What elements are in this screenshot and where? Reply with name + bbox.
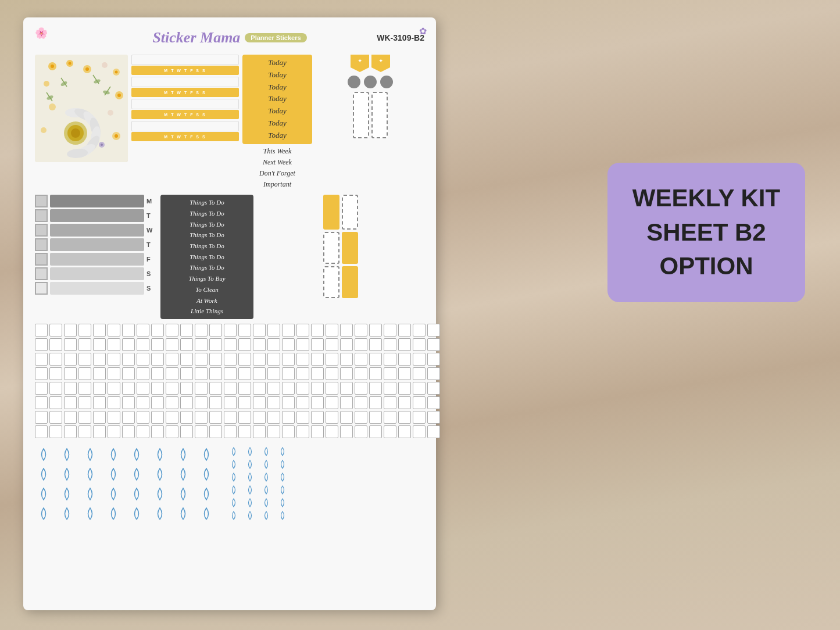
cb-3-4: [78, 353, 91, 366]
cb-5-26: [398, 382, 411, 395]
cb-3-3: [64, 353, 77, 366]
things-work: At Work: [165, 295, 249, 306]
cb-4-15: [238, 367, 251, 380]
things-clean: To Clean: [165, 284, 249, 295]
cb-6-19: [296, 396, 309, 409]
cb-4-1: [35, 367, 48, 380]
cb-4-6: [108, 367, 120, 380]
cb-4-14: [224, 367, 237, 380]
cb-3-22: [340, 353, 353, 366]
cb-6-17: [267, 396, 280, 409]
days-row-4: M T W T F S S: [131, 132, 239, 141]
cb-8-1: [35, 425, 48, 438]
cb-5-1: [35, 382, 48, 395]
day-bar-f: [50, 253, 144, 266]
cb-4-8: [137, 367, 149, 380]
today-column: Today Today Today Today Today Today Toda…: [242, 55, 312, 190]
cb-1-5: [93, 324, 106, 337]
checkbox-grid: [35, 324, 424, 438]
cb-2-2: [49, 338, 62, 351]
rect-yellow-mid: [342, 232, 358, 264]
cb-2-14: [224, 338, 237, 351]
day-row-f: F: [35, 253, 157, 266]
cb-3-13: [209, 353, 222, 366]
day-row-m: M: [35, 195, 157, 207]
circle-3: [380, 76, 393, 88]
cb-1-8: [137, 324, 149, 337]
cb-3-28: [427, 353, 440, 366]
things-2: Things To Do: [165, 208, 249, 219]
cb-6-15: [238, 396, 251, 409]
svg-point-2: [51, 65, 54, 68]
cb-4-4: [78, 367, 91, 380]
cb-3-26: [398, 353, 411, 366]
svg-point-6: [85, 67, 89, 71]
cb-4-19: [296, 367, 309, 380]
cb-5-21: [326, 382, 338, 395]
cb-7-5: [93, 411, 106, 424]
svg-point-17: [115, 134, 118, 138]
sheet-code: WK-3109-B2: [377, 33, 424, 42]
cb-4-17: [267, 367, 280, 380]
cb-3-1: [35, 353, 48, 366]
day-rows-left: M T W T F: [35, 195, 157, 319]
cb-5-24: [369, 382, 382, 395]
cb-8-28: [427, 425, 440, 438]
weekly-kit-label: WEEKLY KIT SHEET B2 OPTION: [607, 163, 805, 302]
things-column: Things To Do Things To Do Things To Do T…: [160, 195, 253, 319]
cb-1-25: [384, 324, 396, 337]
cb-1-14: [224, 324, 237, 337]
rect-pair-top: [323, 195, 358, 230]
cb-6-11: [180, 396, 193, 409]
cb-4-3: [64, 367, 77, 380]
cb-6-23: [355, 396, 367, 409]
cb-5-20: [311, 382, 324, 395]
circle-1: [348, 76, 360, 88]
day-label-m: M: [146, 198, 157, 205]
cb-6-20: [311, 396, 324, 409]
cb-3-23: [355, 353, 367, 366]
brand-name: Sticker Mama: [152, 29, 240, 46]
cb-5-2: [49, 382, 62, 395]
day-bar-t1: [50, 209, 144, 222]
cb-8-25: [384, 425, 396, 438]
cb-3-24: [369, 353, 382, 366]
cb-3-15: [238, 353, 251, 366]
cb-8-18: [282, 425, 295, 438]
cb-7-13: [209, 411, 222, 424]
day-row-t2: T: [35, 238, 157, 251]
cb-3-19: [296, 353, 309, 366]
rect-yellow-top: [323, 195, 339, 230]
cb-8-11: [180, 425, 193, 438]
cb-3-18: [282, 353, 295, 366]
cb-7-23: [355, 411, 367, 424]
day-bar-m: [50, 195, 144, 207]
cb-4-21: [326, 367, 338, 380]
floral-image: [35, 55, 128, 162]
cb-4-7: [122, 367, 135, 380]
cb-1-17: [267, 324, 280, 337]
cb-8-12: [195, 425, 208, 438]
cb-6-1: [35, 396, 48, 409]
svg-point-7: [102, 62, 108, 68]
cb-8-21: [326, 425, 338, 438]
cb-1-23: [355, 324, 367, 337]
cb-5-5: [93, 382, 106, 395]
cb-1-1: [35, 324, 48, 337]
day-label-s1: S: [146, 270, 157, 277]
cb-4-16: [253, 367, 266, 380]
cb-3-14: [224, 353, 237, 366]
cb-2-19: [296, 338, 309, 351]
cb-1-6: [108, 324, 120, 337]
cb-6-26: [398, 396, 411, 409]
cb-4-12: [195, 367, 208, 380]
day-label-t1: T: [146, 212, 157, 219]
checkbox-all-rows: [35, 324, 360, 438]
weekly-tracker: M T W T F S S M T W T F S S M T W T F S …: [131, 55, 239, 190]
svg-point-36: [71, 128, 80, 138]
cb-2-15: [238, 338, 251, 351]
things-5: Things To Do: [165, 241, 249, 252]
cb-2-9: [151, 338, 164, 351]
cb-8-10: [166, 425, 178, 438]
cb-6-25: [384, 396, 396, 409]
